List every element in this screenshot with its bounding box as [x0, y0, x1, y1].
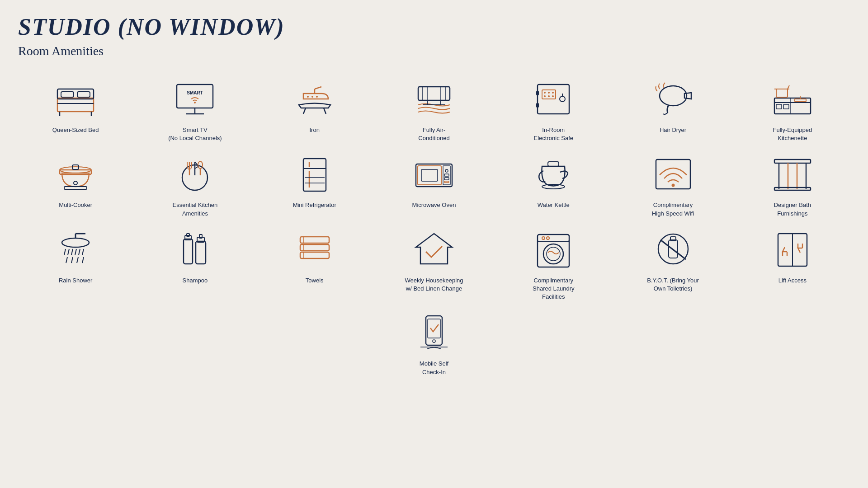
svg-line-99 [71, 257, 73, 263]
svg-point-33 [552, 92, 554, 94]
svg-line-95 [75, 249, 76, 255]
queen-bed-icon [51, 76, 100, 122]
amenity-multi-cooker: Multi-Cooker [18, 151, 133, 217]
amenity-safe: In-RoomElectronic Safe [496, 76, 611, 142]
svg-rect-74 [444, 174, 449, 176]
amenity-kitchen-amenities: Essential KitchenAmenities [137, 151, 252, 217]
svg-rect-79 [548, 162, 559, 166]
svg-point-34 [544, 95, 546, 97]
amenity-smart-tv: SMART Smart TV(No Local Channels) [137, 76, 252, 142]
multi-cooker-label: Multi-Cooker [59, 201, 92, 209]
wifi-icon [648, 151, 698, 197]
amenity-mini-fridge: Mini Refrigerator [257, 151, 372, 217]
amenity-towels: Towels [257, 227, 372, 301]
svg-rect-3 [77, 92, 90, 97]
svg-marker-114 [416, 234, 452, 264]
laundry-label: ComplimentaryShared LaundryFacilities [533, 277, 575, 301]
housekeeping-label: Weekly Housekeepingw/ Bed Linen Change [405, 277, 463, 293]
amenity-mobile-checkin: Mobile SelfCheck-In [377, 310, 491, 376]
amenity-water-kettle: Water Kettle [496, 151, 611, 217]
bath-furnishings-icon [768, 151, 817, 197]
amenity-laundry: ComplimentaryShared LaundryFacilities [496, 227, 611, 301]
svg-line-12 [303, 108, 306, 114]
svg-rect-49 [783, 104, 789, 109]
mobile-checkin-icon [409, 310, 459, 355]
svg-point-80 [542, 184, 565, 189]
svg-rect-109 [300, 244, 329, 251]
svg-rect-110 [300, 252, 329, 258]
svg-rect-76 [444, 181, 449, 183]
svg-line-92 [64, 249, 66, 255]
svg-rect-7 [177, 84, 213, 108]
svg-point-28 [560, 96, 565, 102]
amenity-byot: B.Y.O.T. (Bring YourOwn Toiletries) [615, 227, 730, 301]
svg-point-120 [547, 247, 560, 261]
svg-point-89 [62, 238, 89, 247]
svg-line-124 [660, 240, 686, 259]
svg-point-73 [445, 169, 448, 172]
multi-cooker-icon [51, 151, 100, 197]
svg-rect-48 [776, 104, 782, 109]
svg-rect-105 [196, 241, 206, 264]
svg-point-35 [548, 95, 550, 97]
housekeeping-icon [409, 227, 459, 272]
byot-label: B.Y.O.T. (Bring YourOwn Toiletries) [647, 277, 699, 293]
mobile-checkin-label: Mobile SelfCheck-In [420, 360, 448, 376]
amenity-housekeeping: Weekly Housekeepingw/ Bed Linen Change [377, 227, 491, 301]
svg-rect-2 [61, 92, 74, 97]
svg-rect-88 [774, 188, 811, 190]
microwave-label: Microwave Oven [412, 201, 456, 209]
amenity-lift: Lift Access [735, 227, 850, 301]
lift-icon [768, 227, 817, 272]
rain-shower-icon [51, 227, 100, 272]
page-title: STUDIO (NO WINDOW) [18, 14, 850, 40]
air-conditioned-icon [409, 76, 459, 122]
svg-point-117 [542, 237, 545, 239]
svg-point-18 [316, 96, 318, 98]
lift-label: Lift Access [778, 277, 807, 285]
amenity-hair-dryer: Hair Dryer [615, 76, 730, 142]
towels-icon [290, 227, 340, 272]
svg-point-17 [311, 96, 313, 98]
svg-line-94 [71, 249, 73, 255]
safe-label: In-RoomElectronic Safe [534, 126, 573, 142]
svg-point-118 [547, 237, 549, 239]
shampoo-icon [170, 227, 220, 272]
air-conditioned-label: Fully Air-Conditioned [418, 126, 449, 142]
svg-point-39 [660, 86, 687, 106]
svg-rect-77 [421, 169, 438, 181]
svg-line-93 [68, 249, 69, 255]
svg-point-36 [552, 95, 554, 97]
svg-rect-75 [444, 178, 449, 180]
svg-line-98 [66, 257, 67, 263]
svg-point-11 [194, 102, 196, 103]
smart-tv-icon: SMART [170, 76, 220, 122]
amenity-microwave: Microwave Oven [377, 151, 491, 217]
amenity-air-conditioned: Fully Air-Conditioned [377, 76, 491, 142]
svg-line-100 [77, 257, 78, 263]
svg-point-82 [671, 183, 675, 187]
kitchen-amenities-label: Essential KitchenAmenities [173, 201, 218, 217]
amenity-wifi: ComplimentaryHigh Speed Wifi [615, 151, 730, 217]
svg-rect-30 [542, 90, 556, 99]
mini-fridge-icon [290, 151, 340, 197]
svg-point-16 [307, 96, 309, 98]
rain-shower-label: Rain Shower [59, 277, 92, 285]
amenity-shampoo: Shampoo [137, 227, 252, 301]
microwave-icon [409, 151, 459, 197]
svg-line-101 [82, 257, 84, 263]
svg-point-32 [548, 92, 550, 94]
svg-rect-102 [184, 239, 193, 264]
laundry-icon [528, 227, 578, 272]
svg-point-63 [198, 161, 203, 169]
shampoo-label: Shampoo [183, 277, 208, 285]
amenity-queen-bed: Queen-Sized Bed [18, 76, 133, 142]
svg-rect-64 [303, 159, 326, 191]
svg-rect-108 [300, 237, 329, 243]
kitchen-amenities-icon [170, 151, 220, 197]
wifi-label: ComplimentaryHigh Speed Wifi [652, 201, 694, 217]
amenity-kitchenette: Fully-EquippedKitchenette [735, 76, 850, 142]
water-kettle-icon [528, 151, 578, 197]
svg-point-53 [74, 181, 77, 185]
water-kettle-label: Water Kettle [538, 201, 570, 209]
